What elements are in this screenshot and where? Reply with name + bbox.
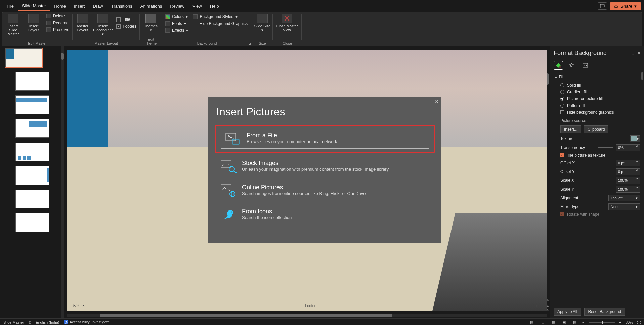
reading-view-icon[interactable]: ▣	[561, 320, 567, 324]
thumbnail-layout[interactable]	[15, 143, 49, 161]
notes-button[interactable]: ▤	[528, 320, 535, 324]
mirror-select[interactable]: None▾	[608, 203, 640, 210]
tab-transitions[interactable]: Transitions	[107, 2, 136, 11]
share-button[interactable]: Share ▾	[610, 2, 641, 10]
gradient-fill-radio[interactable]: Gradient fill	[554, 89, 640, 95]
colors-button[interactable]: Colors ▾	[164, 14, 189, 20]
option-from-file[interactable]: From a FileBrowse files on your computer…	[215, 125, 435, 153]
svg-point-15	[559, 66, 561, 68]
effects-tab-icon[interactable]	[567, 61, 576, 70]
thumbnail-scrollbar[interactable]	[61, 46, 64, 318]
master-layout-button[interactable]: Master Layout	[75, 13, 91, 32]
tab-insert[interactable]: Insert	[70, 2, 89, 11]
thumbnail-layout[interactable]	[15, 166, 49, 185]
close-master-view-button[interactable]: Close Master View	[275, 13, 299, 32]
vertical-scrollbar[interactable]	[547, 73, 549, 85]
close-icon[interactable]: ✕	[435, 99, 439, 104]
file-icon	[225, 132, 242, 146]
slide-footer: Footer	[305, 303, 316, 308]
transparency-input[interactable]: 0%▴▾	[616, 144, 640, 151]
nav-icon[interactable]: ▴	[547, 303, 549, 307]
pane-close-icon[interactable]: ✕	[637, 51, 641, 56]
fonts-button[interactable]: Fonts ▾	[164, 21, 189, 27]
offset-x-input[interactable]: 0 pt▴▾	[616, 160, 640, 166]
tab-animations[interactable]: Animations	[136, 2, 166, 11]
share-label: Share	[620, 4, 632, 9]
thumbnail-master[interactable]	[5, 48, 42, 67]
texture-picker[interactable]: ▾	[630, 135, 640, 142]
mirror-label: Mirror type	[560, 204, 606, 209]
zoom-slider[interactable]	[589, 322, 615, 323]
slideshow-view-icon[interactable]: ▤	[571, 320, 578, 324]
picture-fill-radio[interactable]: Picture or texture fill	[554, 95, 640, 102]
scale-x-label: Scale X	[560, 178, 613, 183]
fill-tab-icon[interactable]	[554, 61, 563, 70]
option-desc: Browse files on your computer or local n…	[247, 139, 337, 144]
icons-icon	[220, 208, 237, 221]
tab-view[interactable]: View	[188, 2, 206, 11]
reset-background-button[interactable]: Reset Background	[584, 308, 625, 316]
format-background-pane: Format Background ⌄ ✕ ⌄ Fill Solid fill …	[550, 46, 644, 318]
delete-button[interactable]: Delete	[45, 13, 71, 19]
dialog-launcher-icon[interactable]: ◢	[248, 42, 251, 45]
insert-layout-button[interactable]: Insert Layout	[25, 13, 43, 32]
tab-draw[interactable]: Draw	[89, 2, 107, 11]
pane-scrollbar[interactable]	[641, 72, 643, 80]
slide-size-button[interactable]: Slide Size ▾	[254, 13, 271, 32]
insert-placeholder-button[interactable]: Insert Placeholder ▾	[93, 13, 113, 36]
fill-section-header[interactable]: ⌄ Fill	[554, 75, 640, 79]
status-language[interactable]: English (India)	[36, 320, 59, 324]
thumbnail-layout[interactable]	[15, 190, 49, 208]
tab-slide-master[interactable]: Slide Master	[18, 1, 50, 11]
option-title: From Icons	[242, 208, 292, 215]
solid-fill-radio[interactable]: Solid fill	[554, 82, 640, 89]
zoom-in-icon[interactable]: +	[619, 320, 621, 324]
hide-bg-graphics-checkbox[interactable]: Hide Background Graphics	[191, 21, 249, 27]
thumbnail-layout[interactable]	[15, 119, 49, 138]
picture-tab-icon[interactable]	[581, 61, 590, 70]
preserve-button[interactable]: Preserve	[45, 27, 71, 33]
pattern-fill-radio[interactable]: Pattern fill	[554, 102, 640, 109]
apply-to-all-button[interactable]: Apply to All	[554, 308, 581, 316]
background-styles-button[interactable]: Background Styles ▾	[191, 14, 249, 20]
insert-slide-master-button[interactable]: Insert Slide Master	[4, 13, 23, 36]
comments-button[interactable]	[598, 2, 607, 10]
next-slide-icon[interactable]: ≙	[546, 309, 549, 312]
title-checkbox[interactable]: Title	[115, 16, 138, 23]
prev-slide-icon[interactable]: ≙	[546, 298, 549, 302]
option-from-icons[interactable]: From IconsSearch the icon collection	[215, 204, 435, 226]
thumbnail-layout[interactable]	[15, 72, 49, 91]
option-online-pictures[interactable]: Online PicturesSearch images from online…	[215, 180, 435, 201]
tab-help[interactable]: Help	[206, 2, 223, 11]
insert-button[interactable]: Insert...	[560, 125, 581, 133]
normal-view-icon[interactable]: ⊞	[539, 320, 546, 324]
zoom-value[interactable]: 80%	[626, 320, 633, 324]
zoom-out-icon[interactable]: −	[582, 320, 584, 324]
rotate-checkbox[interactable]: Rotate with shape	[554, 211, 640, 218]
sorter-view-icon[interactable]: ▦	[550, 320, 557, 324]
clipboard-button[interactable]: Clipboard	[584, 125, 608, 133]
effects-button[interactable]: Effects ▾	[164, 27, 189, 33]
option-stock-images[interactable]: Stock ImagesUnleash your imagination wit…	[215, 156, 435, 177]
tile-checkbox[interactable]: Tile picture as texture	[554, 152, 640, 159]
tab-review[interactable]: Review	[166, 2, 188, 11]
footers-checkbox[interactable]: Footers	[115, 23, 138, 29]
themes-button[interactable]: Themes▾	[142, 13, 160, 32]
svg-point-14	[231, 212, 232, 213]
scale-y-input[interactable]: 100%▴▾	[616, 186, 640, 193]
collapse-ribbon-icon[interactable]: ⌄	[638, 319, 641, 323]
offset-y-input[interactable]: 0 pt▴▾	[616, 168, 640, 175]
hide-bg-checkbox[interactable]: Hide background graphics	[554, 109, 640, 116]
tab-home[interactable]: Home	[50, 2, 70, 11]
pane-options-icon[interactable]: ⌄	[631, 51, 635, 56]
tab-file[interactable]: File	[3, 2, 18, 11]
thumbnail-layout[interactable]	[15, 213, 49, 232]
texture-label: Texture	[560, 136, 627, 141]
horizontal-scrollbar[interactable]	[67, 314, 547, 317]
rename-button[interactable]: Rename	[45, 20, 71, 26]
scale-x-input[interactable]: 100%▴▾	[616, 177, 640, 184]
chevron-down-icon: ▾	[634, 4, 637, 9]
thumbnail-layout[interactable]	[15, 95, 49, 114]
alignment-select[interactable]: Top left▾	[608, 195, 640, 201]
status-accessibility[interactable]: ♿ Accessibility: Investigate	[64, 320, 110, 324]
